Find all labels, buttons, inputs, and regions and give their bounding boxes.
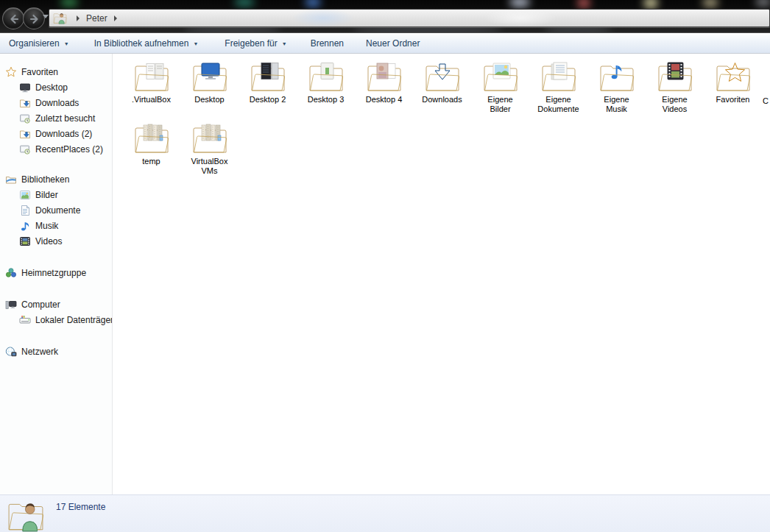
folder-item-favoriten[interactable]: Favoriten — [704, 61, 762, 123]
address-bar[interactable]: Peter — [49, 9, 770, 27]
user-folder-icon — [53, 12, 67, 24]
forward-button[interactable] — [23, 7, 45, 29]
sidebar-section-computer[interactable]: Computer — [0, 297, 112, 312]
folder-monitor-icon — [192, 61, 227, 93]
libraries-icon — [5, 174, 17, 185]
folder-item-eigene-dokumente[interactable]: Eigene Dokumente — [529, 61, 587, 123]
folder-star-icon — [716, 61, 751, 93]
folder-item-eigene-videos[interactable]: Eigene Videos — [646, 61, 704, 123]
navigation-pane: Favoriten Desktop Downloads Zuletzt besu… — [0, 54, 113, 494]
documents-icon — [19, 205, 31, 216]
folder-item-eigene-bilder[interactable]: Eigene Bilder — [471, 61, 529, 123]
pictures-icon — [19, 189, 31, 201]
arrow-left-icon — [7, 12, 21, 26]
music-icon — [19, 220, 31, 232]
sidebar-item-dokumente[interactable]: Dokumente — [0, 202, 112, 218]
sidebar-item-desktop[interactable]: Desktop — [0, 79, 112, 95]
downloads-folder-icon — [19, 128, 31, 140]
sidebar-item-zuletzt-besucht[interactable]: Zuletzt besucht — [0, 110, 112, 126]
include-in-library-button[interactable]: In Bibliothek aufnehmen — [94, 38, 199, 49]
file-list: .VirtualBox Desktop Desktop 2 Desktop 3 … — [113, 54, 770, 494]
folder-film-icon — [657, 61, 693, 93]
breadcrumb-location[interactable]: Peter — [86, 13, 107, 24]
folder-item-eigene-musik[interactable]: Eigene Musik — [587, 61, 646, 123]
command-bar: Organisieren In Bibliothek aufnehmen Fre… — [0, 32, 770, 54]
computer-icon — [5, 299, 17, 311]
sidebar-item-recentplaces-2[interactable]: RecentPlaces (2) — [0, 141, 112, 157]
folder-item-desktop[interactable]: Desktop — [180, 61, 239, 123]
folder-full-papers-icon — [134, 123, 169, 155]
folder-item-desktop-2[interactable]: Desktop 2 — [239, 61, 297, 123]
videos-icon — [19, 235, 31, 247]
desktop-icon — [19, 82, 31, 93]
folder-item-virtualbox-vms[interactable]: VirtualBox VMs — [180, 123, 239, 185]
sidebar-section-netzwerk[interactable]: Netzwerk — [0, 344, 112, 359]
folder-item-temp[interactable]: temp — [122, 123, 180, 185]
sidebar-item-downloads[interactable]: Downloads — [0, 95, 112, 110]
file-grid-row-2: temp VirtualBox VMs — [122, 123, 239, 185]
item-count: 17 Elemente — [56, 502, 105, 512]
user-folder-icon — [7, 499, 44, 532]
star-icon — [5, 66, 17, 78]
recent-places-icon — [19, 143, 31, 155]
folder-item-downloads[interactable]: Downloads — [413, 61, 471, 123]
new-folder-button[interactable]: Neuer Ordner — [366, 38, 420, 49]
folder-download-arrow-icon — [425, 61, 460, 93]
sidebar-section-heimnetzgruppe[interactable]: Heimnetzgruppe — [0, 265, 112, 280]
share-with-button[interactable]: Freigeben für — [225, 38, 286, 49]
details-pane: 17 Elemente — [0, 494, 770, 532]
explorer-window: Peter Organisieren In Bibliothek aufnehm… — [0, 0, 770, 532]
folder-full-papers-icon — [192, 123, 227, 155]
folder-item-desktop-3[interactable]: Desktop 3 — [297, 61, 355, 123]
folder-item-desktop-4[interactable]: Desktop 4 — [355, 61, 413, 123]
recent-pages-dropdown[interactable] — [43, 15, 49, 18]
breadcrumb-arrow-icon[interactable] — [77, 15, 80, 21]
file-grid-row-1: .VirtualBox Desktop Desktop 2 Desktop 3 … — [122, 61, 762, 123]
folder-picture-icon — [483, 61, 518, 93]
folder-item-virtualbox[interactable]: .VirtualBox — [122, 61, 180, 123]
back-button[interactable] — [2, 7, 24, 29]
folder-music-icon — [599, 61, 635, 93]
recent-places-icon — [19, 113, 31, 124]
folder-photo-icon — [367, 61, 402, 93]
burn-button[interactable]: Brennen — [311, 38, 344, 49]
clipped-folder-label-fragment[interactable]: C — [763, 96, 769, 105]
downloads-folder-icon — [19, 97, 31, 109]
sidebar-item-videos[interactable]: Videos — [0, 233, 112, 249]
arrow-right-icon — [27, 12, 42, 26]
homegroup-icon — [5, 267, 17, 279]
sidebar-item-musik[interactable]: Musik — [0, 218, 112, 233]
folder-document-icon — [541, 61, 576, 93]
breadcrumb-arrow-icon[interactable] — [114, 15, 117, 21]
title-bar: Peter — [0, 0, 770, 32]
organize-button[interactable]: Organisieren — [9, 38, 69, 49]
disk-icon — [19, 314, 31, 326]
folder-page-icon — [308, 61, 344, 93]
network-icon — [5, 346, 17, 358]
sidebar-section-favoriten[interactable]: Favoriten — [0, 64, 112, 79]
sidebar-section-bibliotheken[interactable]: Bibliotheken — [0, 171, 112, 187]
sidebar-item-lokaler-datentraeger[interactable]: Lokaler Datenträger — [0, 312, 112, 327]
folder-dark-window-icon — [250, 61, 286, 93]
folder-pages-icon — [134, 61, 169, 93]
sidebar-item-bilder[interactable]: Bilder — [0, 187, 112, 202]
sidebar-item-downloads-2[interactable]: Downloads (2) — [0, 126, 112, 141]
